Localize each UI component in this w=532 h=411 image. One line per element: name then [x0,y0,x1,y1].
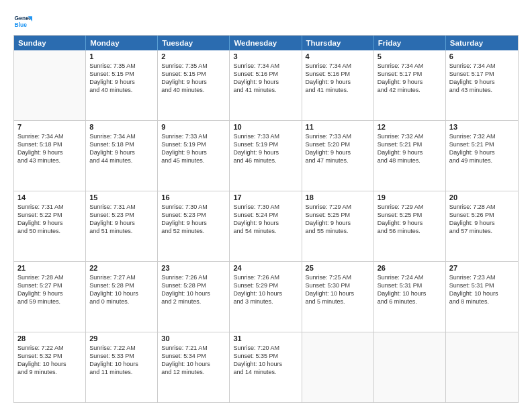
day-number: 2 [161,52,226,60]
header-day-tuesday: Tuesday [158,36,230,50]
cell-info-line: Sunset: 5:29 PM [233,281,298,289]
cell-info-line: Daylight: 9 hours [233,148,298,156]
cell-info-line: Daylight: 9 hours [378,148,442,156]
day-number: 21 [17,264,82,272]
cell-info-line: Daylight: 10 hours [161,289,226,298]
cell-info-line: Daylight: 10 hours [233,360,298,368]
cell-info-line: Daylight: 9 hours [449,78,515,86]
day-cell-25: 25Sunrise: 7:25 AMSunset: 5:30 PMDayligh… [302,262,374,332]
cell-info-line: and 0 minutes. [89,298,154,306]
cell-info-line: Sunrise: 7:27 AM [89,273,154,281]
cell-info-line: Sunrise: 7:30 AM [161,203,226,211]
cell-info-line: Daylight: 9 hours [306,148,370,156]
cell-info-line: Daylight: 9 hours [449,219,515,227]
svg-text:Blue: Blue [15,21,28,28]
cell-info-line: Sunset: 5:16 PM [306,70,370,78]
day-cell-9: 9Sunrise: 7:33 AMSunset: 5:19 PMDaylight… [158,121,230,191]
week-row-1: 1Sunrise: 7:35 AMSunset: 5:15 PMDaylight… [14,50,518,120]
day-number: 4 [306,52,370,60]
cell-info-line: Sunrise: 7:30 AM [233,203,298,211]
cell-info-line: Sunset: 5:28 PM [89,281,154,289]
week-row-4: 21Sunrise: 7:28 AMSunset: 5:27 PMDayligh… [14,261,518,332]
cell-info-line: and 54 minutes. [233,227,298,235]
day-cell-26: 26Sunrise: 7:24 AMSunset: 5:31 PMDayligh… [374,262,446,332]
cell-info-line: Sunrise: 7:22 AM [17,344,82,352]
cell-info-line: and 44 minutes. [89,156,154,165]
day-cell-18: 18Sunrise: 7:29 AMSunset: 5:25 PMDayligh… [302,191,374,261]
day-cell-7: 7Sunrise: 7:34 AMSunset: 5:18 PMDaylight… [14,121,86,191]
day-number: 13 [449,123,515,131]
cell-info-line: Sunset: 5:22 PM [17,211,82,219]
cell-info-line: and 51 minutes. [89,227,154,235]
cell-info-line: Sunrise: 7:31 AM [89,203,154,211]
cell-info-line: Sunrise: 7:28 AM [17,273,82,281]
cell-info-line: Daylight: 9 hours [89,219,154,227]
day-number: 29 [89,334,154,342]
day-number: 28 [17,334,82,342]
day-cell-11: 11Sunrise: 7:33 AMSunset: 5:20 PMDayligh… [302,121,374,191]
logo-icon: General Blue [13,12,32,31]
day-number: 15 [89,193,154,201]
cell-info-line: Sunrise: 7:34 AM [449,62,515,70]
cell-info-line: Daylight: 9 hours [89,148,154,156]
day-number: 6 [449,52,515,60]
cell-info-line: Daylight: 10 hours [378,289,442,298]
cell-info-line: and 5 minutes. [306,298,370,306]
cell-info-line: Sunrise: 7:23 AM [449,273,515,281]
day-cell-14: 14Sunrise: 7:31 AMSunset: 5:22 PMDayligh… [14,191,86,261]
cell-info-line: Daylight: 9 hours [378,219,442,227]
week-row-5: 28Sunrise: 7:22 AMSunset: 5:32 PMDayligh… [14,332,518,402]
header-day-wednesday: Wednesday [230,36,302,50]
cell-info-line: Sunset: 5:15 PM [89,70,154,78]
cell-info-line: Daylight: 9 hours [89,78,154,86]
cell-info-line: Sunrise: 7:34 AM [233,62,298,70]
cell-info-line: and 40 minutes. [161,86,226,94]
cell-info-line: Daylight: 10 hours [89,360,154,368]
cell-info-line: Daylight: 9 hours [306,78,370,86]
day-cell-19: 19Sunrise: 7:29 AMSunset: 5:25 PMDayligh… [374,191,446,261]
cell-info-line: Sunset: 5:17 PM [378,70,442,78]
day-number: 27 [449,264,515,272]
cell-info-line: Sunrise: 7:33 AM [233,132,298,140]
empty-cell [374,332,446,402]
cell-info-line: Sunrise: 7:20 AM [233,344,298,352]
day-cell-20: 20Sunrise: 7:28 AMSunset: 5:26 PMDayligh… [446,191,518,261]
cell-info-line: Daylight: 9 hours [233,78,298,86]
cell-info-line: Sunrise: 7:22 AM [89,344,154,352]
week-row-3: 14Sunrise: 7:31 AMSunset: 5:22 PMDayligh… [14,191,518,261]
cell-info-line: Sunset: 5:16 PM [233,70,298,78]
day-number: 30 [161,334,226,342]
day-cell-31: 31Sunrise: 7:20 AMSunset: 5:35 PMDayligh… [230,332,302,402]
day-cell-2: 2Sunrise: 7:35 AMSunset: 5:15 PMDaylight… [158,50,230,120]
day-number: 31 [233,334,298,342]
cell-info-line: Sunrise: 7:29 AM [378,203,442,211]
cell-info-line: Sunrise: 7:21 AM [161,344,226,352]
cell-info-line: and 47 minutes. [306,156,370,165]
cell-info-line: and 52 minutes. [161,227,226,235]
cell-info-line: and 59 minutes. [17,298,82,306]
cell-info-line: Sunrise: 7:28 AM [449,203,515,211]
cell-info-line: Sunset: 5:18 PM [17,140,82,148]
cell-info-line: Daylight: 9 hours [161,78,226,86]
day-cell-23: 23Sunrise: 7:26 AMSunset: 5:28 PMDayligh… [158,262,230,332]
cell-info-line: and 43 minutes. [17,156,82,165]
empty-cell [14,50,86,120]
cell-info-line: and 40 minutes. [89,86,154,94]
empty-cell [446,332,518,402]
cell-info-line: Sunrise: 7:32 AM [449,132,515,140]
cell-info-line: Sunset: 5:18 PM [89,140,154,148]
day-number: 16 [161,193,226,201]
day-cell-3: 3Sunrise: 7:34 AMSunset: 5:16 PMDaylight… [230,50,302,120]
cell-info-line: and 46 minutes. [233,156,298,165]
day-cell-10: 10Sunrise: 7:33 AMSunset: 5:19 PMDayligh… [230,121,302,191]
day-cell-5: 5Sunrise: 7:34 AMSunset: 5:17 PMDaylight… [374,50,446,120]
day-cell-17: 17Sunrise: 7:30 AMSunset: 5:24 PMDayligh… [230,191,302,261]
day-cell-12: 12Sunrise: 7:32 AMSunset: 5:21 PMDayligh… [374,121,446,191]
day-cell-8: 8Sunrise: 7:34 AMSunset: 5:18 PMDaylight… [86,121,158,191]
cell-info-line: Sunset: 5:17 PM [449,70,515,78]
day-number: 26 [378,264,442,272]
cell-info-line: Daylight: 10 hours [89,289,154,298]
cell-info-line: and 11 minutes. [89,368,154,376]
day-number: 19 [378,193,442,201]
cell-info-line: and 50 minutes. [17,227,82,235]
